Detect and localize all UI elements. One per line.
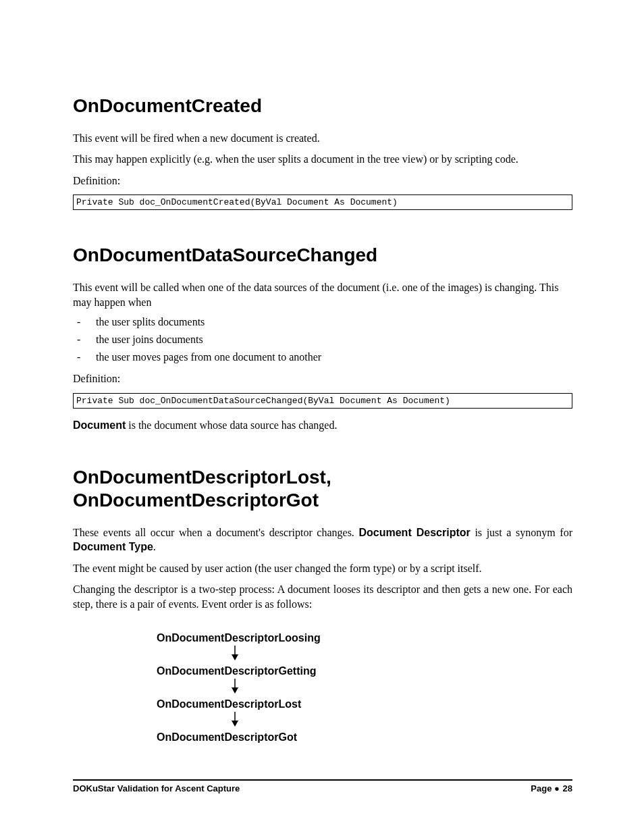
paragraph: Changing the descriptor is a two-step pr… — [73, 582, 572, 611]
term: Document Descriptor — [358, 527, 470, 538]
footer-page-number: 28 — [563, 783, 572, 793]
text: . — [153, 541, 156, 552]
section-ondocumentdatasourcechanged: OnDocumentDataSourceChanged This event w… — [73, 244, 572, 432]
paragraph: This event will be called when one of th… — [73, 280, 572, 309]
event-flow: OnDocumentDescriptorLoosing OnDocumentDe… — [73, 632, 572, 744]
paragraph: This event will be fired when a new docu… — [73, 131, 572, 146]
heading: OnDocumentDescriptorLost, OnDocumentDesc… — [73, 466, 572, 511]
definition-label: Definition: — [73, 174, 572, 188]
arrow-down-icon — [157, 679, 239, 696]
bullet-list: the user splits documents the user joins… — [73, 316, 572, 363]
code-block: Private Sub doc_OnDocumentDataSourceChan… — [73, 393, 572, 409]
heading: OnDocumentDataSourceChanged — [73, 244, 572, 267]
section-ondocumentcreated: OnDocumentCreated This event will be fir… — [73, 95, 572, 210]
paragraph: This may happen explicitly (e.g. when th… — [73, 152, 572, 167]
text: These events all occur when a document's… — [73, 527, 358, 538]
event-name: OnDocumentDescriptorLost — [157, 698, 301, 710]
footer-title: DOKuStar Validation for Ascent Capture — [73, 783, 240, 793]
code-block: Private Sub doc_OnDocumentCreated(ByVal … — [73, 194, 572, 210]
definition-label: Definition: — [73, 371, 572, 386]
list-item: the user joins documents — [73, 334, 572, 346]
svg-marker-5 — [232, 721, 238, 727]
arrow-down-icon — [157, 646, 239, 662]
footer-page-label: Page — [531, 783, 552, 793]
arrow-down-icon — [157, 712, 239, 729]
svg-marker-3 — [232, 687, 238, 694]
note: Document is the document whose data sour… — [73, 418, 572, 433]
note-text: is the document whose data source has ch… — [126, 419, 337, 431]
paragraph: The event might be caused by user action… — [73, 561, 572, 576]
event-name: OnDocumentDescriptorGetting — [157, 665, 316, 677]
footer-page: Page ● 28 — [531, 783, 572, 793]
heading: OnDocumentCreated — [73, 95, 572, 118]
section-ondocumentdescriptor: OnDocumentDescriptorLost, OnDocumentDesc… — [73, 466, 572, 743]
note-bold: Document — [73, 419, 126, 431]
footer-separator: ● — [554, 783, 560, 793]
paragraph: These events all occur when a document's… — [73, 525, 572, 554]
event-name: OnDocumentDescriptorGot — [157, 731, 297, 744]
list-item: the user moves pages from one document t… — [73, 351, 572, 363]
svg-marker-1 — [232, 654, 238, 660]
event-name: OnDocumentDescriptorLoosing — [157, 632, 321, 644]
term: Document Type — [73, 541, 153, 552]
page-footer: DOKuStar Validation for Ascent Capture P… — [73, 779, 572, 793]
list-item: the user splits documents — [73, 316, 572, 328]
text: is just a synonym for — [471, 527, 572, 538]
